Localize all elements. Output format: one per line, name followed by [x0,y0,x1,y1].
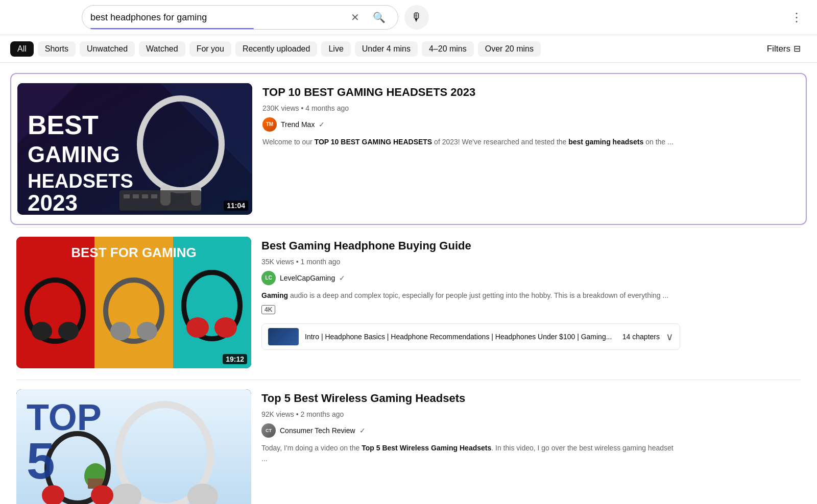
filters-label: Filters [767,44,790,54]
video-title-2[interactable]: Best Gaming Headphone Buying Guide [261,239,801,254]
channel-row-2: LC LevelCapGaming ✓ [261,271,801,285]
video-meta-1: 230K views • 4 months ago [262,104,800,112]
svg-point-25 [186,317,209,338]
chip-unwatched[interactable]: Unwatched [80,41,135,57]
video-info-2: Best Gaming Headphone Buying Guide 35K v… [261,237,801,350]
thumbnail-3[interactable]: TOP 5 [16,389,251,504]
chapter-chevron-icon: ∨ [666,331,674,343]
clear-icon: ✕ [351,11,359,23]
thumbnail-svg-1: BEST GAMING HEADSETS 2023 [17,83,252,215]
badge-4k: 4K [261,305,275,314]
chip-under-4-mins[interactable]: Under 4 mins [355,41,418,57]
channel-name-3[interactable]: Consumer Tech Review [280,426,355,435]
svg-rect-7 [124,194,130,198]
chip-all[interactable]: All [10,41,34,57]
search-icon: 🔍 [373,11,386,23]
svg-text:BEST FOR GAMING: BEST FOR GAMING [71,245,197,260]
video-title-3[interactable]: Top 5 Best Wireless Gaming Headsets [261,391,801,406]
dots-icon: ⋮ [790,10,803,24]
header: best headphones for gaming ✕ 🔍 🎙 ⋮ [0,0,817,35]
video-card-3: TOP 5 Top 5 Best Wireless Gaming Headset… [10,380,807,504]
svg-point-19 [32,322,52,340]
video-info-3: Top 5 Best Wireless Gaming Headsets 92K … [261,389,801,464]
chip-over-20-mins[interactable]: Over 20 mins [478,41,541,57]
chip-recently-uploaded[interactable]: Recently uploaded [235,41,318,57]
thumbnail-svg-2: BEST FOR GAMING [16,237,251,368]
video-meta-2: 35K views • 1 month ago [261,258,801,266]
video-title-1[interactable]: TOP 10 BEST GAMING HEADSETS 2023 [262,85,800,100]
svg-point-20 [58,322,79,340]
clear-button[interactable]: ✕ [347,7,364,28]
channel-name-1[interactable]: Trend Max [281,120,315,129]
channel-avatar-2: LC [261,271,276,285]
svg-text:TOP: TOP [27,397,102,438]
filters-icon: ⊟ [794,43,801,54]
video-card-1: BEST GAMING HEADSETS 2023 11:04 TOP 10 B… [10,73,807,225]
svg-point-22 [110,322,131,340]
results: BEST GAMING HEADSETS 2023 11:04 TOP 10 B… [0,63,817,504]
svg-rect-9 [142,194,148,198]
svg-text:HEADSETS: HEADSETS [28,170,133,192]
svg-rect-10 [151,194,157,198]
thumbnail-1[interactable]: BEST GAMING HEADSETS 2023 11:04 [17,83,252,215]
channel-name-2[interactable]: LevelCapGaming [280,274,335,282]
video-card-2: BEST FOR GAMING 19:12 Best Gaming Headph… [10,228,807,377]
channel-avatar-1: TM [262,117,277,132]
chapter-count: 14 chapters [622,333,660,341]
svg-text:5: 5 [27,432,55,489]
svg-point-26 [214,317,237,338]
more-options-button[interactable]: ⋮ [786,6,807,29]
search-bar: best headphones for gaming ✕ 🔍 [82,5,398,30]
chapters-row[interactable]: Intro | Headphone Basics | Headphone Rec… [261,323,680,350]
search-input[interactable]: best headphones for gaming [90,12,342,23]
thumbnail-2[interactable]: BEST FOR GAMING 19:12 [16,237,251,368]
video-info-1: TOP 10 BEST GAMING HEADSETS 2023 230K vi… [262,83,800,147]
verified-icon-3: ✓ [359,426,366,435]
search-button[interactable]: 🔍 [369,7,390,28]
duration-badge-1: 11:04 [224,200,248,211]
chip-shorts[interactable]: Shorts [38,41,76,57]
channel-avatar-3: CT [261,423,276,438]
video-meta-3: 92K views • 2 months ago [261,410,801,418]
svg-text:2023: 2023 [28,190,78,215]
svg-text:BEST: BEST [28,110,99,140]
verified-icon-2: ✓ [339,274,345,282]
chip-for-you[interactable]: For you [189,41,231,57]
filter-bar: All Shorts Unwatched Watched For you Rec… [0,35,817,63]
svg-rect-6 [119,190,201,211]
svg-rect-8 [133,194,139,198]
svg-text:GAMING: GAMING [28,142,120,167]
filters-button[interactable]: Filters ⊟ [761,40,807,57]
chip-live[interactable]: Live [321,41,350,57]
video-desc-2: Gaming audio is a deep and complex topic… [261,290,680,301]
mic-button[interactable]: 🎙 [404,5,429,30]
channel-row-3: CT Consumer Tech Review ✓ [261,423,801,438]
duration-badge-2: 19:12 [223,354,247,364]
video-desc-1: Welcome to our TOP 10 BEST GAMING HEADSE… [262,137,681,147]
channel-row-1: TM Trend Max ✓ [262,117,800,132]
search-underline [90,28,254,29]
mic-icon: 🎙 [411,11,422,24]
video-desc-3: Today, I'm doing a video on the Top 5 Be… [261,443,680,464]
chapter-text: Intro | Headphone Basics | Headphone Rec… [305,333,616,341]
svg-point-23 [137,322,157,340]
chip-watched[interactable]: Watched [139,41,185,57]
thumbnail-svg-3: TOP 5 [16,389,251,504]
chapter-thumb [268,328,299,345]
chip-4-20-mins[interactable]: 4–20 mins [422,41,474,57]
verified-icon-1: ✓ [319,120,325,129]
